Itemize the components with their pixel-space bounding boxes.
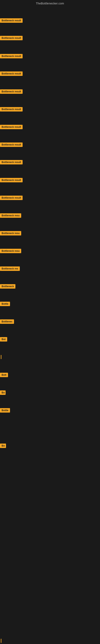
result-row-24: Bo [0, 444, 6, 449]
result-row-0: Bottleneck result [0, 18, 23, 24]
bottleneck-badge-14[interactable]: Bottleneck res [0, 266, 20, 271]
badges-container: Bottleneck resultBottleneck resultBottle… [0, 7, 100, 644]
bottleneck-badge-4[interactable]: Bottleneck result [0, 89, 23, 94]
bottleneck-badge-24[interactable]: Bo [0, 444, 6, 448]
bottleneck-badge-8[interactable]: Bottleneck result [0, 160, 23, 164]
line-accent-34 [1, 639, 1, 643]
result-row-17: Bottlenec [0, 320, 14, 324]
bottleneck-badge-22[interactable]: Bottle [0, 408, 10, 412]
bottleneck-badge-1[interactable]: Bottleneck result [0, 36, 23, 40]
site-title: TheBottlenecker.com [36, 0, 64, 7]
result-row-9: Bottleneck result [0, 178, 23, 183]
bottleneck-badge-17[interactable]: Bottlenec [0, 320, 14, 324]
bottleneck-badge-3[interactable]: Bottleneck result [0, 72, 23, 76]
bottleneck-badge-18[interactable]: Bot [0, 337, 7, 342]
bottleneck-badge-7[interactable]: Bottleneck result [0, 142, 23, 147]
result-row-16: Bottle [0, 302, 10, 307]
line-accent-19 [1, 355, 1, 359]
bottleneck-badge-9[interactable]: Bottleneck result [0, 178, 23, 182]
bottleneck-badge-5[interactable]: Bottleneck result [0, 107, 23, 112]
result-row-11: Bottleneck resu [0, 213, 21, 218]
bottleneck-badge-20[interactable]: Bott [0, 373, 8, 377]
bottleneck-badge-16[interactable]: Bottle [0, 302, 10, 306]
bottleneck-badge-12[interactable]: Bottleneck resu [0, 231, 21, 236]
result-row-12: Bottleneck resu [0, 231, 21, 236]
bottleneck-badge-15[interactable]: Bottleneck [0, 284, 15, 288]
result-row-4: Bottleneck result [0, 89, 23, 94]
bottleneck-badge-0[interactable]: Bottleneck result [0, 18, 23, 23]
result-row-8: Bottleneck result [0, 160, 23, 165]
bottleneck-badge-21[interactable]: Bo [0, 390, 6, 395]
result-row-14: Bottleneck res [0, 266, 20, 272]
result-row-6: Bottleneck result [0, 125, 23, 130]
result-row-15: Bottleneck [0, 284, 15, 290]
bottleneck-badge-10[interactable]: Bottleneck result [0, 196, 23, 200]
result-row-3: Bottleneck result [0, 72, 23, 77]
site-title-container: TheBottlenecker.com [0, 0, 100, 7]
bottleneck-badge-13[interactable]: Bottleneck resu [0, 249, 21, 253]
result-row-10: Bottleneck result [0, 196, 23, 201]
bottleneck-badge-11[interactable]: Bottleneck resu [0, 213, 21, 218]
result-row-22: Bottle [0, 408, 10, 413]
result-row-7: Bottleneck result [0, 142, 23, 148]
result-row-20: Bott [0, 373, 8, 378]
result-row-5: Bottleneck result [0, 107, 23, 112]
result-row-1: Bottleneck result [0, 36, 23, 41]
bottleneck-badge-6[interactable]: Bottleneck result [0, 125, 23, 129]
result-row-13: Bottleneck resu [0, 249, 21, 254]
result-row-21: Bo [0, 390, 6, 396]
result-row-2: Bottleneck result [0, 54, 23, 59]
result-row-18: Bot [0, 337, 7, 342]
bottleneck-badge-2[interactable]: Bottleneck result [0, 54, 23, 58]
